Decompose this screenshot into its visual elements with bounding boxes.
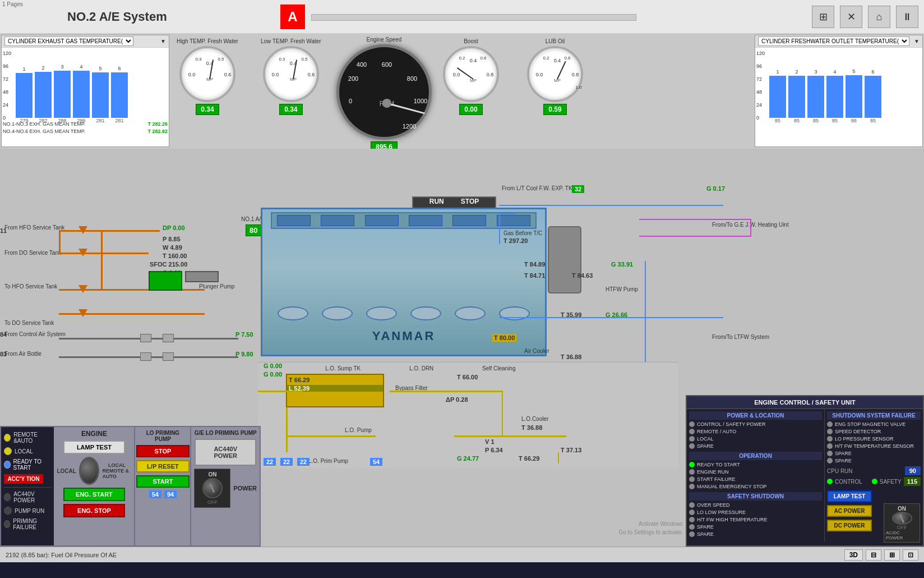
g-24-77-label: G 24.77 xyxy=(457,455,479,462)
close-x-icon[interactable]: ✕ xyxy=(840,6,862,28)
indicators-panel: REMOTE &AUTO LOCAL READY TO START ACC'Y … xyxy=(1,427,54,545)
indicator-local: LOCAL xyxy=(4,447,51,455)
lo-cooler-label: L.O.Cooler xyxy=(521,416,548,422)
safety-unit: ENGINE CONTROL / SAFETY UNIT POWER & LOC… xyxy=(686,395,924,547)
safety-lamp-test-button[interactable]: LAMP TEST xyxy=(827,490,872,502)
chart-select-left[interactable]: CYLINDER EXHAUST GAS TEMPERATURE( xyxy=(4,36,133,46)
from-lt-cool-label: From L/T Cool F.W. EXP. TK xyxy=(502,185,572,191)
dp-label: DP 0.00 xyxy=(163,224,185,231)
safety-off-label: OFF xyxy=(897,525,907,530)
svg-text:0: 0 xyxy=(349,98,352,104)
eng-stop-button[interactable]: ENG. STOP xyxy=(63,504,125,517)
remote-auto-label: REMOTE & AUTO xyxy=(102,468,131,479)
dp-0-28-label: ΔP 0.28 xyxy=(446,396,468,403)
svg-text:0.0: 0.0 xyxy=(536,72,543,77)
safety-unit-body: POWER & LOCATION CONTROL / SAFETY POWER … xyxy=(687,409,923,542)
svg-text:0.3: 0.3 xyxy=(195,57,202,62)
svg-text:0.6: 0.6 xyxy=(480,56,487,61)
t-36-88-label: T 36.88 xyxy=(561,354,581,360)
ac-dc-power-label: AC/DC POWER xyxy=(886,530,918,540)
gauge-high-temp-fw: High TEMP. Fresh Water 0.4 0.6 0.0 0.3 0… xyxy=(177,38,238,115)
control-safety-row: CONTROL SAFETY 115 xyxy=(827,477,921,486)
eng-start-button[interactable]: ENG. START xyxy=(63,488,125,501)
status-bar: 2192 (8.85 bar): Fuel Oil Pressure Of AE… xyxy=(0,547,924,562)
spare2-row: SPARE xyxy=(689,524,822,530)
lo-priming-title: LO PRIMING PUMP xyxy=(138,430,187,442)
home-icon[interactable]: ⌂ xyxy=(868,6,890,28)
safety-on-label: ON xyxy=(898,506,906,512)
t-80-label: T 80.00 xyxy=(492,334,516,342)
btn-3d[interactable]: 3D xyxy=(844,549,863,561)
lp-reset-button[interactable]: L/P RESET xyxy=(136,460,190,473)
sensor-32: 32 xyxy=(572,185,584,193)
indicator-accy: ACC'Y TION xyxy=(4,474,51,484)
accept-button[interactable]: ACC'Y TION xyxy=(4,474,43,484)
t-66-29-display: T 66.29 xyxy=(287,375,383,385)
ctrl-safety-power-dot xyxy=(689,421,695,427)
pump-run-dot xyxy=(4,507,12,515)
toggle-knob[interactable] xyxy=(202,478,223,498)
mean2-value: T 282.82 xyxy=(147,129,168,134)
start-failure-s-row: START FAILURE xyxy=(689,476,822,482)
safety-dot xyxy=(872,479,877,484)
from-do-label: From DO Service Tank xyxy=(4,250,61,256)
svg-text:800: 800 xyxy=(407,75,417,82)
eng-stop-valve-dot xyxy=(827,421,833,427)
safety-toggle-knob[interactable] xyxy=(892,512,912,525)
p-7-50-label: P 7.50 xyxy=(235,331,253,338)
app-logo: A xyxy=(280,4,305,29)
chart-panel-right: CYLINDER FRESHWATER OUTLET TEMPERATURE( … xyxy=(755,35,923,147)
g-0-17-label: G 0.17 xyxy=(706,185,725,192)
btn-view2[interactable]: ⊡ xyxy=(903,549,918,561)
local-label-1: LOCAL xyxy=(57,468,76,474)
btn-grid[interactable]: ⊟ xyxy=(866,549,881,561)
on-toggle[interactable]: ON OFF xyxy=(194,469,230,508)
operation-title: OPERATION xyxy=(689,452,822,460)
cpu-run-value: 90 xyxy=(905,466,921,475)
ht-fw-temp-sensor-dot xyxy=(827,443,833,449)
progress-bar xyxy=(311,14,636,21)
lo-start-button[interactable]: START xyxy=(136,475,190,488)
ready-to-start-s-dot xyxy=(689,462,695,467)
indicator-ac440v: AC440V POWER xyxy=(4,491,51,503)
svg-text:0.0: 0.0 xyxy=(272,72,279,77)
g-33-91-label: G 33.91 xyxy=(611,261,633,268)
remote-auto-label: REMOTE &AUTO xyxy=(13,432,51,444)
activate-windows: Activate Windows xyxy=(639,521,683,527)
run-label: RUN xyxy=(429,198,444,205)
indicator-priming-failure: PRIMING FAILURE xyxy=(4,518,51,530)
v1-label: V 1 xyxy=(485,438,495,445)
status-3d-buttons: 3D ⊟ ⊞ ⊡ xyxy=(844,549,918,561)
spare2-dot xyxy=(689,524,695,530)
lo-drn-label: L.O. DRN xyxy=(409,365,433,371)
safety-col-shutdown: SHUTDOWN SYSTEM FAILURE ENG STOP MAGNETI… xyxy=(825,409,923,542)
manual-emergency-s-dot xyxy=(689,484,695,489)
safety-on-toggle[interactable]: ON OFF AC/DC POWER xyxy=(884,503,920,543)
expand-icon[interactable]: ⊞ xyxy=(812,6,834,28)
pause-icon[interactable]: ⏸ xyxy=(896,6,918,28)
chart-body-left: 120 96 72 48 24 0 1 279 2 282 3 xyxy=(2,48,169,146)
ht-fw-temp-sensor-row: H/T FW TEMPERATURE SENSOR xyxy=(827,443,921,449)
spare-sd1-row: SPARE xyxy=(827,451,921,456)
toggle-indicator xyxy=(210,484,215,493)
svg-text:0.8: 0.8 xyxy=(487,72,494,77)
t-label: T 160.00 xyxy=(163,253,187,259)
lo-pressure-sensor-row: LO PRESSURE SENSOR xyxy=(827,436,921,442)
chart-select-right[interactable]: CYLINDER FRESHWATER OUTLET TEMPERATURE( xyxy=(758,36,909,46)
lo-stop-button[interactable]: STOP xyxy=(136,445,190,457)
pages-label: 1 Pages xyxy=(2,1,23,7)
control-label: CONTROL xyxy=(835,479,862,485)
lo-sump-tk-label: L.O. Sump TK xyxy=(325,365,361,371)
ac440v-power-display: AC440V POWER xyxy=(195,439,256,466)
pump-run-label: PUMP RUN xyxy=(15,508,44,514)
spare-sd2-row: SPARE xyxy=(827,458,921,464)
ctrl-safety-power-row: CONTROL / SAFETY POWER xyxy=(689,421,822,427)
dc-power-button[interactable]: DC POWER xyxy=(827,520,872,531)
low-temp-fw-value: 0.34 xyxy=(279,104,302,115)
lamp-test-button[interactable]: LAMP TEST xyxy=(63,441,125,454)
btn-view1[interactable]: ⊞ xyxy=(884,549,900,561)
main-content: CYLINDER EXHAUST GAS TEMPERATURE( ▼ 120 … xyxy=(0,34,924,562)
t-66-00-label: T 66.00 xyxy=(457,374,478,380)
ac-power-button[interactable]: AC POWER xyxy=(827,505,872,517)
ready-to-start-label: READY TO START xyxy=(13,458,52,471)
